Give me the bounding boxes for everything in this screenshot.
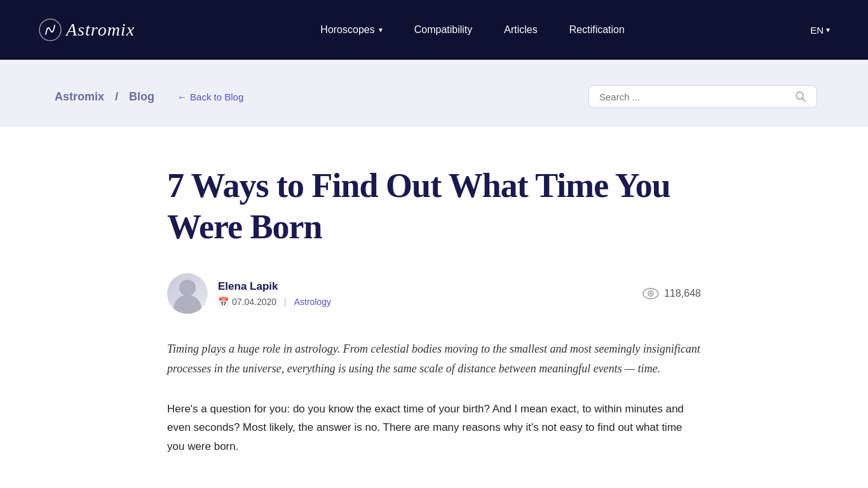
article-intro: Timing plays a huge role in astrology. F… [167,339,701,379]
nav-articles[interactable]: Articles [504,24,537,36]
search-input[interactable] [599,92,790,102]
site-logo[interactable]: Astromix [38,18,135,42]
eye-icon [642,288,659,299]
article-date: 📅 07.04.2020 [218,297,276,307]
author-meta: 📅 07.04.2020 | Astrology [218,297,331,307]
calendar-icon: 📅 [218,297,229,307]
nav-links: Horoscopes Compatibility Articles Rectif… [320,24,625,36]
svg-line-2 [803,98,806,102]
author-row: Elena Lapik 📅 07.04.2020 | Astrology 118… [167,273,701,314]
svg-point-5 [649,292,652,295]
language-selector[interactable]: EN [810,25,830,36]
nav-horoscopes[interactable]: Horoscopes [320,24,382,36]
nav-compatibility[interactable]: Compatibility [414,24,473,36]
article-title: 7 Ways to Find Out What Time You Were Bo… [167,165,701,248]
breadcrumb: Astromix / Blog [51,90,158,104]
nav-rectification[interactable]: Rectification [569,24,625,36]
article-body: Here's a question for you: do you know t… [167,400,701,456]
meta-separator: | [284,297,287,307]
author-info: Elena Lapik 📅 07.04.2020 | Astrology [218,280,331,307]
category-link[interactable]: Astrology [294,297,331,307]
main-nav: Astromix Horoscopes Compatibility Articl… [0,0,868,60]
breadcrumb-banner: Astromix / Blog Back to Blog [0,60,868,127]
search-icon [795,91,806,102]
breadcrumb-row: Astromix / Blog Back to Blog [51,90,243,104]
back-to-blog-link[interactable]: Back to Blog [177,92,243,102]
search-box[interactable] [588,85,817,108]
author-name: Elena Lapik [218,280,331,293]
article-wrapper: 7 Ways to Find Out What Time You Were Bo… [116,127,752,488]
avatar [167,273,208,314]
views-count: 118,648 [642,288,701,299]
page-body: 7 Ways to Find Out What Time You Were Bo… [0,127,868,488]
